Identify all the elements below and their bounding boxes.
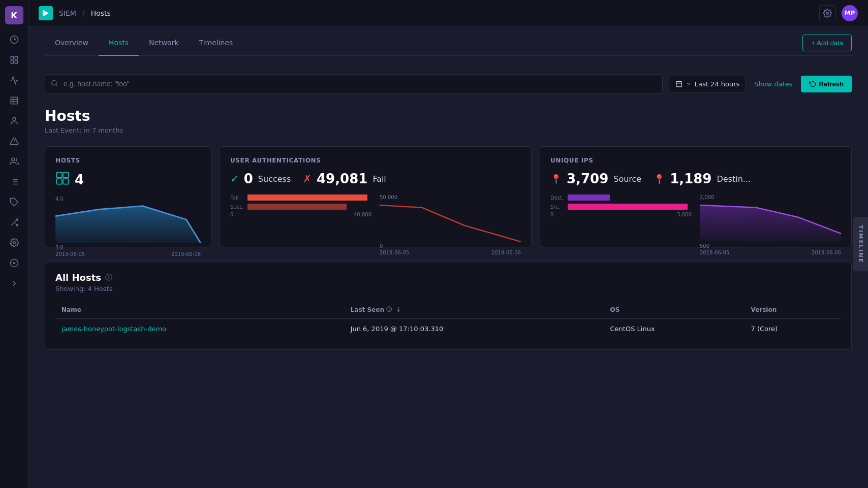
stats-row: Hosts 4 4.0: [45, 146, 852, 247]
search-icon: [51, 80, 58, 88]
last-seen-info-icon[interactable]: ⓘ: [386, 306, 392, 313]
sidebar-icon-users[interactable]: [5, 152, 23, 171]
tab-hosts[interactable]: Hosts: [99, 30, 139, 56]
tab-overview[interactable]: Overview: [45, 30, 99, 56]
ips-dest-number: 1,189: [670, 171, 711, 186]
auth-fail-number: 49,081: [317, 171, 367, 186]
topbar-right: MP: [819, 5, 858, 21]
svg-rect-33: [56, 179, 62, 184]
svg-rect-3: [11, 61, 13, 63]
time-range-label: Last 24 hours: [695, 80, 739, 88]
host-os-cell: CentOS Linux: [604, 319, 745, 339]
svg-rect-27: [676, 81, 682, 87]
table-header-row: Name Last Seen ⓘ ↓ OS: [55, 301, 841, 319]
sidebar-icon-tag[interactable]: [5, 193, 23, 211]
ips-source-label: Source: [613, 174, 641, 184]
showing-text: Showing: 4 Hosts: [55, 285, 841, 292]
sidebar-icon-settings[interactable]: [5, 234, 23, 252]
host-name-cell[interactable]: james-honeypot-logstash-demo: [55, 319, 345, 339]
ips-source-item: 📍 3,709 Source: [550, 171, 641, 186]
svg-rect-4: [15, 61, 17, 63]
success-check-icon: ✓: [230, 173, 239, 185]
svg-point-25: [52, 80, 56, 85]
user-avatar[interactable]: MP: [842, 5, 858, 21]
ips-card-title: Unique IPs: [550, 157, 841, 164]
col-os: OS: [604, 301, 745, 319]
timeline-sidebar[interactable]: TIMELINE: [853, 217, 868, 271]
sidebar-icon-home[interactable]: [5, 30, 23, 49]
svg-point-12: [11, 158, 14, 161]
main-content: SIEM / Hosts MP Overview Hosts Network T…: [28, 0, 868, 488]
page-title: Hosts: [45, 108, 852, 124]
time-range-picker[interactable]: Last 24 hours: [669, 76, 746, 92]
all-hosts-title: All Hosts: [55, 272, 101, 283]
svg-line-26: [56, 84, 57, 86]
ips-bar-chart: Dest. Src. 0 3,000: [550, 194, 692, 235]
nav-tabs: Overview Hosts Network Timelines + Add d…: [45, 26, 852, 56]
auth-card: User Authentications ✓ 0 Success ✗ 49,08…: [220, 146, 532, 247]
auth-success-number: 0: [244, 171, 253, 186]
sidebar-icon-network2[interactable]: [5, 254, 23, 272]
all-hosts-section: All Hosts ⓘ Showing: 4 Hosts Name Last S…: [45, 262, 852, 350]
tab-network[interactable]: Network: [139, 30, 189, 56]
ips-card: Unique IPs 📍 3,709 Source 📍 1,189 Destin…: [540, 146, 852, 247]
hosts-grid-icon: [55, 171, 70, 188]
sidebar-icon-alert[interactable]: [5, 132, 23, 150]
svg-point-22: [13, 242, 15, 244]
ips-source-number: 3,709: [567, 171, 608, 186]
hosts-card: Hosts 4 4.0: [45, 146, 211, 247]
auth-success-label: Success: [258, 174, 291, 184]
settings-button[interactable]: [819, 5, 835, 21]
ips-dest-label: Destin...: [717, 174, 751, 184]
auth-fail-label: Fail: [373, 174, 386, 184]
auth-line-chart: 50,000 0 2019-06-05 2019-06-06: [380, 194, 521, 235]
auth-card-title: User Authentications: [230, 157, 521, 164]
svg-rect-31: [56, 172, 62, 178]
left-sidebar: K: [0, 0, 28, 488]
ips-charts: Dest. Src. 0 3,000: [550, 194, 841, 235]
ips-line-chart: 2,000 500: [700, 194, 841, 235]
hosts-count-item: 4: [55, 171, 84, 188]
sidebar-icon-table[interactable]: [5, 91, 23, 110]
sidebar-icon-flow[interactable]: [5, 213, 23, 232]
sidebar-icon-charts[interactable]: [5, 71, 23, 89]
svg-point-24: [826, 12, 829, 14]
hosts-count-number: 4: [75, 172, 84, 187]
search-input[interactable]: [45, 74, 663, 93]
fail-x-icon: ✗: [303, 173, 312, 185]
search-input-wrap: [45, 74, 663, 93]
info-icon[interactable]: ⓘ: [105, 273, 112, 282]
sort-icon[interactable]: ↓: [396, 306, 401, 313]
refresh-button[interactable]: Refresh: [801, 76, 852, 92]
tab-timelines[interactable]: Timelines: [189, 30, 243, 56]
svg-point-9: [13, 117, 16, 120]
ips-stat-values: 📍 3,709 Source 📍 1,189 Destin...: [550, 171, 841, 186]
svg-rect-1: [11, 56, 13, 59]
sidebar-icon-expand[interactable]: [5, 274, 23, 292]
app-logo[interactable]: K: [5, 6, 23, 24]
app-name-label: SIEM: [59, 9, 76, 17]
host-last-seen-cell: Jun 6, 2019 @ 17:10:03.310: [345, 319, 604, 339]
svg-rect-32: [63, 172, 69, 178]
topbar: SIEM / Hosts MP: [28, 0, 868, 26]
show-dates-button[interactable]: Show dates: [752, 76, 794, 92]
page-heading: Hosts Last Event: in 7 months: [45, 108, 852, 134]
kibana-logo: [39, 6, 53, 20]
svg-rect-5: [11, 97, 18, 104]
auth-charts: Fail Succ. 0 40,000: [230, 194, 521, 235]
svg-point-23: [13, 263, 15, 264]
hosts-chart-area: 4.0 3.0: [55, 196, 201, 237]
breadcrumb-separator: /: [82, 9, 85, 17]
ips-dest-item: 📍 1,189 Destin...: [654, 171, 751, 186]
sidebar-icon-list[interactable]: [5, 173, 23, 191]
table-row: james-honeypot-logstash-demo Jun 6, 2019…: [55, 319, 841, 339]
hosts-stat-values: 4: [55, 171, 201, 188]
svg-rect-2: [15, 56, 17, 59]
hosts-table: Name Last Seen ⓘ ↓ OS: [55, 301, 841, 339]
hosts-mini-chart: 4.0 3.0: [55, 196, 201, 237]
sidebar-icon-person[interactable]: [5, 112, 23, 130]
auth-stat-values: ✓ 0 Success ✗ 49,081 Fail: [230, 171, 521, 186]
col-name: Name: [55, 301, 345, 319]
add-data-button[interactable]: + Add data: [802, 35, 852, 51]
sidebar-icon-dashboard[interactable]: [5, 51, 23, 69]
